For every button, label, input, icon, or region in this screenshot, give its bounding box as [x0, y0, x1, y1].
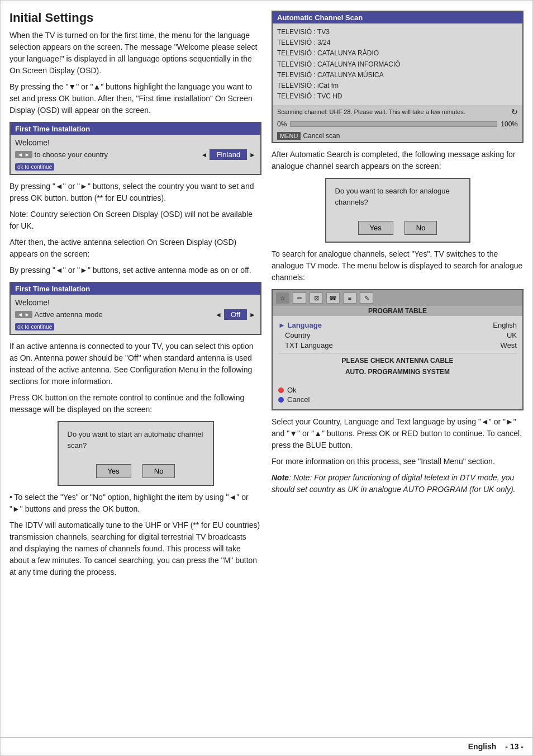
- osd1-row: ◄ ► to choose your country ◄ Finland ►: [15, 149, 256, 160]
- prog-icon-3[interactable]: ☎: [326, 292, 340, 304]
- prog-center1: PLEASE CHECK ANTENNA CABLE: [278, 357, 517, 365]
- scan-channel-item: TELEVISIÓ : iCat fm: [277, 81, 518, 91]
- scan-channel-item: TELEVISIÓ : 3/24: [277, 37, 518, 48]
- osd1-lr-btn: ◄ ►: [15, 151, 32, 158]
- footer-lang: English: [468, 742, 497, 751]
- osd2-ok: ok to continue: [15, 322, 256, 330]
- right-column: Automatic Channel Scan TELEVISIÓ : TV3TE…: [272, 11, 524, 731]
- prog-options: Ok Cancel: [273, 382, 522, 409]
- p-note: Note: Note: For proper functioning of di…: [272, 472, 524, 495]
- prog-center2: AUTO. PROGRAMMING SYSTEM: [278, 368, 517, 376]
- prog-icon-2[interactable]: ⊠: [310, 292, 323, 304]
- osd2-title: First Time Installation: [11, 283, 260, 295]
- page-wrapper: Initial Settings When the TV is turned o…: [0, 0, 533, 756]
- osd2-value-area: ◄ Off ►: [215, 309, 256, 320]
- dialog2-no-button[interactable]: No: [404, 221, 437, 235]
- prog-language-val: English: [493, 321, 517, 329]
- p-after-scan: After Automatic Search is completed, the…: [272, 149, 524, 172]
- dialog2-buttons: Yes No: [326, 216, 469, 242]
- osd1-left-arrow: ◄: [201, 151, 208, 159]
- p-analogue: To search for analogue channels, select …: [272, 248, 524, 284]
- osd2-body: Welcome! ◄ ► Active antenna mode ◄ Off ►: [11, 295, 260, 334]
- scan-channel-item: TELEVISIÓ : CATALUNYA MÚSICA: [277, 70, 518, 81]
- osd1-body: Welcome! ◄ ► to choose your country ◄ Fi…: [11, 135, 260, 174]
- scan-channel-item: TELEVISIÓ : CATALUNYA INFORMACIÓ: [277, 59, 518, 70]
- prog-divider: [278, 353, 517, 353]
- note-label: Note: [272, 473, 289, 482]
- dialog1-no-button[interactable]: No: [142, 464, 175, 478]
- scan-footer: MENU Cancel scan: [273, 130, 522, 142]
- cancel-radio-dot: [278, 397, 284, 403]
- scan-status-text: Scanning channel: UHF 28. Please wait. T…: [277, 108, 507, 115]
- dialog-box-1: Do you want to start an automatic channe…: [58, 421, 214, 486]
- prog-table-label: PROGRAM TABLE: [273, 306, 522, 316]
- prog-icons-row: ☆ ✏ ⊠ ☎ ≡ ✎: [273, 290, 522, 306]
- p-idtv: The IDTV will automatically tune to the …: [9, 519, 261, 578]
- dialog-box-2: Do you want to search for analogue chann…: [325, 178, 470, 243]
- prog-icon-4[interactable]: ≡: [343, 292, 356, 304]
- ok-radio-dot: [278, 388, 284, 393]
- dialog2-yes-button[interactable]: Yes: [358, 221, 393, 235]
- dialog2-body: Do you want to search for analogue chann…: [326, 179, 469, 216]
- cancel-scan-label: Cancel scan: [303, 132, 340, 140]
- dialog1-buttons: Yes No: [59, 460, 213, 485]
- prog-opt-ok: Ok: [278, 386, 517, 394]
- scan-pct-right: 100%: [501, 120, 518, 128]
- osd2-left-arrow: ◄: [215, 311, 222, 319]
- p-active2: By pressing "◄" or "►" buttons, set acti…: [9, 264, 261, 276]
- scan-channels: TELEVISIÓ : TV3TELEVISIÓ : 3/24TELEVISIÓ…: [273, 23, 522, 105]
- dialog1-text: Do you want to start an automatic channe…: [68, 429, 204, 451]
- osd1-value: Finland: [210, 149, 247, 160]
- scan-channel-item: TELEVISIÓ : TVC HD: [277, 91, 518, 102]
- prog-txt-label: TXT Language: [278, 341, 333, 349]
- osd2-row-label: Active antenna mode: [35, 310, 103, 319]
- osd1-title: First Time Installation: [11, 123, 260, 135]
- prog-row-txt: TXT Language West: [278, 341, 517, 349]
- prog-icon-1[interactable]: ✏: [293, 292, 306, 304]
- dialog1-yes-button[interactable]: Yes: [96, 464, 131, 478]
- dialog1-body: Do you want to start an automatic channe…: [59, 422, 213, 460]
- osd2-ok-btn: ok to continue: [15, 323, 54, 330]
- osd1-ok-btn: ok to continue: [15, 163, 54, 171]
- osd2-left: ◄ ► Active antenna mode: [15, 310, 103, 319]
- content-area: Initial Settings When the TV is turned o…: [1, 1, 532, 737]
- prog-language-label: ► Language: [278, 321, 322, 329]
- prog-box: ☆ ✏ ⊠ ☎ ≡ ✎ PROGRAM TABLE ► Language Eng…: [272, 289, 524, 410]
- osd2-value: Off: [224, 309, 247, 320]
- prog-row-language: ► Language English: [278, 321, 517, 329]
- page-footer: English - 13 -: [1, 737, 532, 755]
- left-column: Initial Settings When the TV is turned o…: [9, 11, 261, 731]
- prog-opt-cancel: Cancel: [278, 395, 517, 404]
- osd1-welcome: Welcome!: [15, 138, 256, 147]
- p-country: By pressing "◄" or "►" buttons, select t…: [9, 181, 261, 204]
- refresh-icon: ↻: [511, 107, 518, 116]
- scan-progress-row: 0% 100%: [273, 119, 522, 130]
- progress-bar: [290, 121, 497, 127]
- osd1-right-arrow: ►: [249, 151, 256, 159]
- prog-body: ► Language English Country UK TXT Langua…: [273, 316, 522, 382]
- scan-pct-left: 0%: [277, 120, 287, 128]
- osd1-left: ◄ ► to choose your country: [15, 150, 108, 159]
- prog-icon-0[interactable]: ☆: [276, 292, 289, 304]
- p-active: After then, the active antenna selection…: [9, 237, 261, 260]
- osd2-right-arrow: ►: [249, 311, 256, 319]
- footer-page: - 13 -: [505, 742, 524, 751]
- scan-channel-item: TELEVISIÓ : TV3: [277, 27, 518, 37]
- p-press: Press OK button on the remote control to…: [9, 392, 261, 415]
- prog-icon-5[interactable]: ✎: [360, 292, 373, 304]
- p-more: For more information on this process, se…: [272, 456, 524, 467]
- menu-btn: MENU: [277, 132, 301, 140]
- osd2-welcome: Welcome!: [15, 298, 256, 307]
- prog-cancel-label: Cancel: [287, 395, 310, 404]
- osd-box-1: First Time Installation Welcome! ◄ ► to …: [9, 122, 261, 175]
- scan-channel-item: TELEVISIÓ : CATALUNYA RÀDIO: [277, 48, 518, 59]
- intro-p1: When the TV is turned on for the first t…: [9, 30, 261, 77]
- prog-txt-val: West: [501, 341, 517, 349]
- scan-status: Scanning channel: UHF 28. Please wait. T…: [273, 105, 522, 119]
- osd1-row-label: to choose your country: [35, 150, 108, 159]
- osd2-lr-btn: ◄ ►: [15, 311, 32, 318]
- prog-row-country: Country UK: [278, 331, 517, 339]
- prog-country-val: UK: [507, 331, 517, 339]
- osd2-row: ◄ ► Active antenna mode ◄ Off ►: [15, 309, 256, 320]
- scan-title: Automatic Channel Scan: [273, 12, 522, 23]
